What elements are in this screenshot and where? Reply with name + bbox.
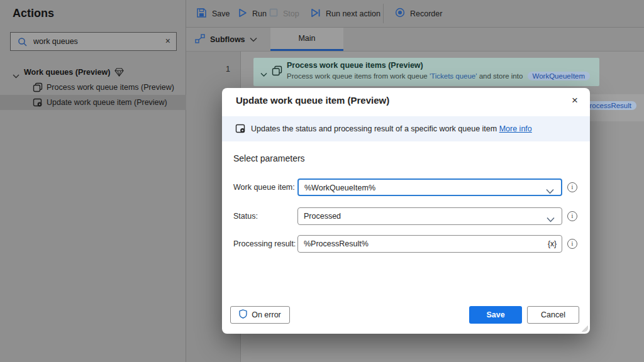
dialog-cancel-button[interactable]: Cancel bbox=[527, 306, 579, 324]
stop-icon bbox=[269, 8, 278, 19]
subflows-dropdown[interactable]: Subflows bbox=[195, 28, 257, 51]
subflows-bar: Subflows Main bbox=[186, 28, 644, 52]
resize-grip[interactable] bbox=[580, 324, 588, 332]
update-item-icon bbox=[235, 123, 246, 136]
toolbar-separator bbox=[383, 4, 384, 23]
tree-group-work-queues[interactable]: Work queues (Preview) bbox=[0, 65, 186, 80]
stop-button[interactable]: Stop bbox=[269, 0, 299, 27]
chevron-down-icon[interactable] bbox=[547, 214, 555, 225]
dialog-save-button[interactable]: Save bbox=[469, 306, 522, 324]
run-next-action-button[interactable]: Run next action bbox=[311, 0, 380, 27]
select-parameters-heading: Select parameters bbox=[233, 153, 305, 163]
subflows-icon bbox=[195, 34, 206, 45]
action-description: Process work queue items from work queue… bbox=[287, 72, 590, 80]
chevron-down-icon[interactable] bbox=[546, 185, 554, 197]
stop-label: Stop bbox=[283, 9, 299, 18]
tab-main[interactable]: Main bbox=[270, 28, 343, 51]
search-input[interactable] bbox=[33, 33, 159, 50]
desc-queue-link[interactable]: 'Tickets queue' bbox=[430, 72, 477, 80]
save-icon bbox=[196, 8, 207, 20]
on-error-label: On error bbox=[252, 310, 281, 319]
run-next-label: Run next action bbox=[326, 9, 380, 18]
search-clear-icon[interactable]: × bbox=[165, 36, 170, 46]
work-queue-item-value[interactable] bbox=[304, 180, 531, 195]
info-icon[interactable]: i bbox=[567, 211, 577, 221]
premium-gem-icon bbox=[114, 68, 124, 79]
sidebar-item-update-work-queue-item[interactable]: Update work queue item (Preview) bbox=[0, 95, 186, 110]
action-process-work-queue-items[interactable]: Process work queue items (Preview) Proce… bbox=[253, 58, 599, 86]
sidebar-item-label: Update work queue item (Preview) bbox=[47, 98, 167, 107]
subflows-label: Subflows bbox=[210, 35, 245, 44]
recorder-icon bbox=[395, 8, 405, 19]
run-button[interactable]: Run bbox=[238, 0, 267, 27]
processing-result-value[interactable] bbox=[304, 236, 530, 251]
copy-stack-icon bbox=[33, 82, 43, 95]
tree-group-label: Work queues (Preview) bbox=[24, 68, 110, 77]
desc-text: and store into bbox=[477, 72, 525, 80]
shield-icon bbox=[239, 309, 247, 321]
save-button[interactable]: Save bbox=[196, 0, 230, 27]
variable-chip-workqueueitem[interactable]: WorkQueueItem bbox=[528, 72, 591, 80]
processing-result-label: Processing result: bbox=[233, 239, 296, 248]
copy-stack-icon bbox=[272, 65, 282, 79]
variable-picker-icon[interactable]: {x} bbox=[548, 239, 557, 248]
search-icon bbox=[18, 37, 28, 50]
run-label: Run bbox=[252, 9, 267, 18]
sidebar-item-process-work-queue-items[interactable]: Process work queue items (Preview) bbox=[0, 80, 186, 95]
processing-result-input[interactable]: {x} bbox=[297, 235, 562, 253]
more-info-link[interactable]: More info bbox=[499, 124, 532, 133]
close-icon[interactable]: × bbox=[569, 93, 580, 108]
work-queue-item-dropdown[interactable] bbox=[297, 178, 562, 196]
chevron-down-icon[interactable] bbox=[260, 69, 267, 80]
row-number: 1 bbox=[186, 65, 241, 74]
save-label: Save bbox=[212, 9, 230, 18]
banner-text: Updates the status and processing result… bbox=[251, 124, 532, 133]
actions-sidebar: Actions × Work queues (Preview) Process … bbox=[0, 0, 186, 362]
sidebar-title: Actions bbox=[13, 7, 54, 20]
status-value[interactable] bbox=[304, 208, 530, 224]
on-error-button[interactable]: On error bbox=[230, 306, 290, 324]
work-queue-item-label: Work queue item: bbox=[233, 183, 295, 192]
tab-main-label: Main bbox=[298, 34, 315, 43]
run-next-icon bbox=[311, 8, 321, 19]
top-toolbar: Save Run Stop Run next action Recorder bbox=[186, 0, 644, 28]
desc-text: Process work queue items from work queue bbox=[287, 72, 430, 80]
sidebar-item-label: Process work queue items (Preview) bbox=[47, 83, 174, 92]
update-item-icon bbox=[33, 97, 43, 110]
status-label: Status: bbox=[233, 212, 258, 221]
chevron-down-icon bbox=[250, 35, 257, 44]
recorder-button[interactable]: Recorder bbox=[395, 0, 442, 27]
recorder-label: Recorder bbox=[410, 9, 442, 18]
banner-description: Updates the status and processing result… bbox=[251, 124, 497, 133]
app-window: Actions × Work queues (Preview) Process … bbox=[0, 0, 644, 362]
update-work-queue-item-dialog: Update work queue item (Preview) × Updat… bbox=[222, 88, 590, 334]
action-title: Process work queue items (Preview) bbox=[287, 61, 423, 70]
info-icon[interactable]: i bbox=[567, 182, 577, 192]
search-box[interactable]: × bbox=[10, 32, 177, 51]
status-dropdown[interactable] bbox=[297, 207, 562, 225]
run-icon bbox=[238, 8, 247, 19]
info-icon[interactable]: i bbox=[567, 239, 577, 249]
dialog-title: Update work queue item (Preview) bbox=[236, 95, 389, 106]
info-banner: Updates the status and processing result… bbox=[222, 116, 590, 141]
